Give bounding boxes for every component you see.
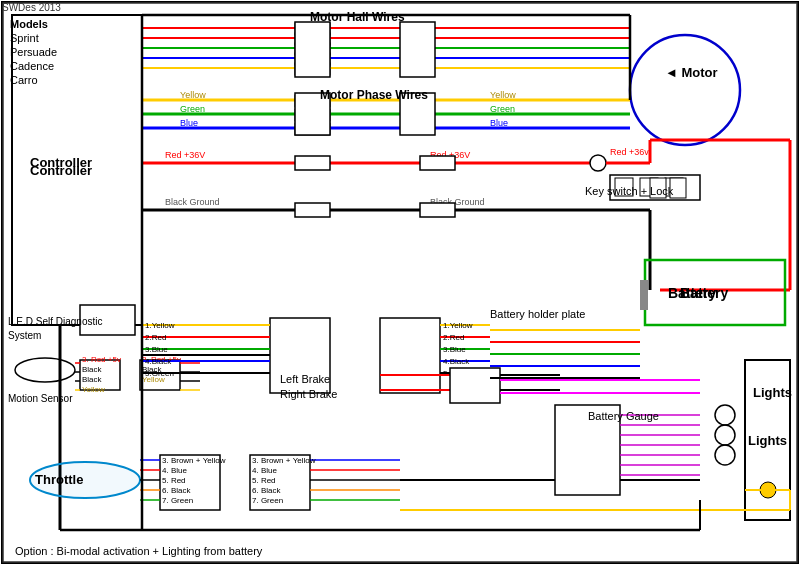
wiring-diagram <box>0 0 800 565</box>
